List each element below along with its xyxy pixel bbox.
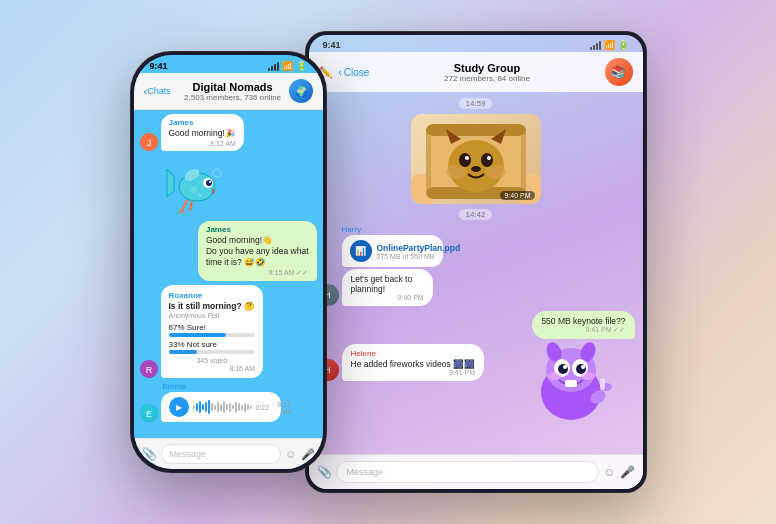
mic-icon[interactable]: 🎤	[301, 448, 315, 461]
blob-sticker	[526, 342, 616, 422]
svg-point-10	[213, 169, 221, 177]
phone-status-bar: 9:41 📶 🔋	[134, 55, 323, 73]
svg-point-7	[209, 181, 211, 183]
group-avatar[interactable]: 🌍	[289, 79, 313, 103]
message-row-harry: H Harry 📊 OnlinePartyPlan.ppd 275 MB of …	[317, 225, 635, 306]
phone-message-input[interactable]: Message	[161, 444, 282, 464]
tablet-wifi-icon: 📶	[604, 40, 615, 50]
tablet-battery-icon: 🔋	[618, 40, 629, 50]
svg-rect-46	[600, 378, 605, 390]
poll-sender: Roxanne	[169, 291, 256, 300]
svg-point-28	[459, 153, 471, 167]
sender-label: James	[169, 118, 236, 127]
chat-members: 2,503 members, 736 online	[177, 93, 289, 102]
phone-chat-title: Digital Nomads 2,503 members, 736 online	[177, 81, 289, 102]
svg-marker-3	[167, 169, 174, 197]
tablet-time: 9:41	[323, 40, 341, 50]
voice-duration: 0:22	[256, 404, 270, 411]
poll-bubble: Roxanne Is it still morning? 🤔 Anonymous…	[161, 285, 264, 378]
message-james-greeting: James Good morning!🎉 8:12 AM	[161, 114, 244, 151]
svg-point-29	[481, 153, 493, 167]
tablet-device: 9:41 📶 🔋 ✏️ ‹ Close	[306, 32, 646, 492]
phone-chat-area: J James Good morning!🎉 8:12 AM	[134, 110, 323, 438]
blob-sticker-icon	[526, 342, 616, 427]
tablet-group-avatar[interactable]: 📚	[605, 58, 633, 86]
phone-time: 9:41	[150, 61, 168, 71]
file-name: OnlinePartyPlan.ppd	[377, 243, 461, 253]
svg-line-11	[182, 200, 187, 210]
sticker-fish-area	[162, 155, 227, 217]
wifi-icon: 📶	[282, 61, 293, 71]
tablet-status-bar: 9:41 📶 🔋	[309, 35, 643, 52]
svg-point-41	[563, 365, 567, 369]
tablet-input-bar: 📎 Message ☺ 🎤	[309, 454, 643, 489]
tablet-signal-icon	[590, 41, 601, 50]
timestamp-1459: 14:59	[459, 98, 491, 109]
tablet-chat-name: Study Group	[375, 62, 598, 74]
svg-point-47	[547, 372, 561, 380]
helene-message: Helene He added fireworks videos 🎆🎆 9:41…	[342, 344, 485, 381]
svg-text:J: J	[146, 138, 151, 148]
svg-point-30	[465, 156, 469, 160]
emoji-icon[interactable]: ☺	[285, 448, 296, 460]
svg-point-32	[471, 166, 481, 172]
phone-nav: ‹ Chats Digital Nomads 2,503 members, 73…	[134, 73, 323, 110]
play-button[interactable]: ▶	[169, 397, 189, 417]
avatar-james: J	[140, 133, 158, 151]
svg-point-31	[487, 156, 491, 160]
image-time: 9:40 PM	[500, 191, 534, 200]
harry-messages: Harry 📊 OnlinePartyPlan.ppd 275 MB of 55…	[342, 225, 469, 306]
attachment-icon[interactable]: 📎	[142, 447, 157, 461]
signal-icon	[268, 62, 279, 71]
voice-bubble: ▶	[161, 392, 281, 422]
harry-text-message: Let's get back to planning! 9:40 PM	[342, 269, 433, 306]
tablet-emoji-icon[interactable]: ☺	[603, 465, 615, 479]
message-row-emma: E Emma ▶	[140, 382, 317, 422]
sender-helene: Helene	[351, 349, 476, 358]
svg-point-48	[581, 372, 595, 380]
svg-point-42	[581, 365, 585, 369]
tablet-nav: ✏️ ‹ Close Study Group 272 members, 84 o…	[309, 52, 643, 92]
phone-device: 9:41 📶 🔋 ‹ Chats	[131, 52, 326, 472]
devices-container: 9:41 📶 🔋 ‹ Chats	[131, 32, 646, 492]
svg-line-12	[190, 201, 192, 211]
input-placeholder: Message	[170, 449, 207, 459]
timestamp-1442: 14:42	[459, 209, 491, 220]
tablet-chat-members: 272 members, 84 online	[375, 74, 598, 83]
fish-sticker-icon	[162, 155, 227, 213]
voice-waveform	[193, 399, 252, 415]
close-label[interactable]: Close	[344, 67, 370, 78]
tablet-mic-icon[interactable]: 🎤	[620, 465, 635, 479]
message-row-roxanne: R Roxanne Is it still morning? 🤔 Anonymo…	[140, 285, 317, 378]
helene-time: 9:41 PM	[351, 369, 476, 376]
svg-line-14	[182, 210, 184, 213]
tablet-chat-title: Study Group 272 members, 84 online	[375, 62, 598, 83]
shiba-toast-image: 9:40 PM	[411, 114, 541, 204]
file-message: 📊 OnlinePartyPlan.ppd 275 MB of 550 MB	[342, 235, 443, 267]
close-button[interactable]: ‹ Close	[339, 67, 370, 78]
svg-text:R: R	[145, 365, 152, 375]
avatar-roxanne: R	[140, 360, 158, 378]
svg-point-39	[558, 364, 568, 374]
battery-icon: 🔋	[296, 61, 307, 71]
poll-voted-count: 345 voted	[169, 357, 256, 364]
back-button[interactable]: ‹ Chats	[144, 85, 171, 97]
file-size: 275 MB of 550 MB	[377, 253, 461, 260]
back-label[interactable]: Chats	[147, 86, 171, 96]
avatar-emma: E	[140, 404, 158, 422]
poll-option-1: 67% Sure!	[169, 323, 256, 337]
svg-point-27	[486, 165, 506, 179]
svg-point-40	[576, 364, 586, 374]
voice-message-emma: Emma ▶	[161, 382, 311, 422]
svg-text:E: E	[145, 409, 151, 419]
svg-point-8	[191, 187, 197, 193]
tablet-input-placeholder: Message	[347, 467, 384, 477]
image-message: 9:40 PM	[411, 114, 541, 204]
message-time: 9:40 PM	[351, 294, 424, 301]
svg-point-9	[198, 193, 202, 197]
file-type-icon: 📊	[350, 240, 372, 262]
poll-option-2: 33% Not sure	[169, 340, 256, 354]
tablet-attachment-icon[interactable]: 📎	[317, 465, 332, 479]
tablet-message-input[interactable]: Message	[336, 461, 600, 483]
chevron-left-icon: ‹	[339, 67, 342, 78]
